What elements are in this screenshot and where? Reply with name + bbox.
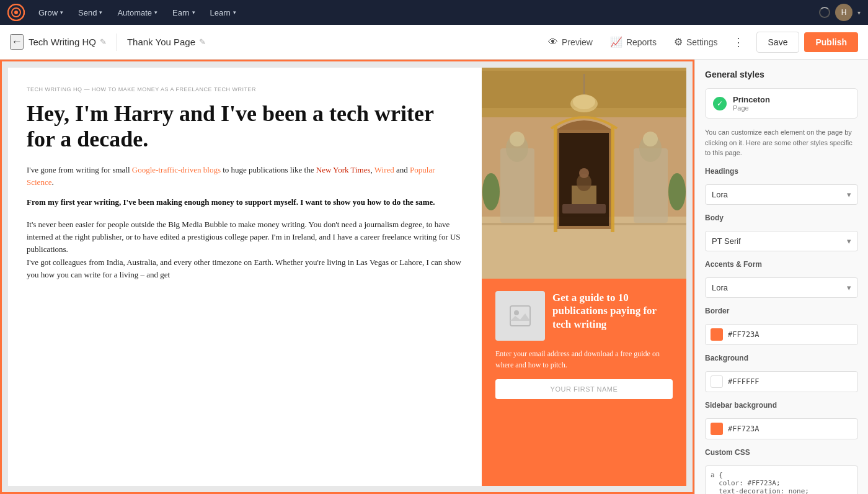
sidebar-bg-color-row[interactable]: #FF723A — [705, 418, 858, 439]
project-name[interactable]: Tech Writing HQ — [29, 37, 96, 47]
accents-label: Accents & Form — [705, 260, 858, 269]
project-name-edit-icon[interactable]: ✎ — [100, 37, 107, 47]
earn-chevron-icon: ▾ — [192, 9, 195, 16]
page-content: TECH WRITING HQ — HOW TO MAKE MONEY AS A… — [8, 68, 686, 486]
body-label: Body — [705, 213, 858, 222]
svg-point-25 — [482, 173, 500, 210]
border-color-hex: #FF723A — [728, 330, 760, 339]
left-content: TECH WRITING HQ — HOW TO MAKE MONEY AS A… — [8, 68, 482, 486]
cta-title: Get a guide to 10 publications paying fo… — [552, 291, 673, 331]
cta-card: Get a guide to 10 publications paying fo… — [482, 279, 686, 486]
svg-point-20 — [510, 132, 525, 146]
headings-select[interactable]: Lora ▾ — [705, 184, 858, 205]
border-color-swatch — [711, 328, 723, 341]
account-chevron-icon[interactable]: ▾ — [857, 9, 861, 16]
hero-image — [482, 68, 686, 279]
panel-title: General styles — [705, 70, 858, 79]
settings-icon: ⚙ — [674, 36, 683, 48]
headings-label: Headings — [705, 167, 858, 176]
breadcrumb: TECH WRITING HQ — HOW TO MAKE MONEY AS A… — [27, 86, 463, 92]
page-container: TECH WRITING HQ — HOW TO MAKE MONEY AS A… — [8, 68, 686, 486]
princeton-name: Princeton — [733, 95, 770, 104]
temple-scene-svg — [482, 68, 686, 279]
svg-point-28 — [514, 310, 519, 315]
background-label: Background — [705, 354, 858, 362]
svg-point-26 — [668, 173, 686, 210]
body-paragraph-2: It's never been easier for people outsid… — [27, 218, 463, 281]
main-layout: TECH WRITING HQ — HOW TO MAKE MONEY AS A… — [0, 60, 868, 494]
nav-automate[interactable]: Automate ▾ — [111, 6, 164, 20]
save-button[interactable]: Save — [756, 32, 800, 53]
right-content: Get a guide to 10 publications paying fo… — [482, 68, 686, 486]
svg-rect-24 — [562, 204, 606, 213]
cta-text: Get a guide to 10 publications paying fo… — [552, 291, 673, 341]
princeton-card[interactable]: ✓ Princeton Page — [705, 88, 858, 119]
nav-grow[interactable]: Grow ▾ — [32, 6, 69, 20]
avatar[interactable]: H — [835, 4, 852, 21]
hero-heading[interactable]: Hey, I'm Harry and I've been a tech writ… — [27, 101, 463, 153]
toolbar: ← Tech Writing HQ ✎ Thank You Page ✎ 👁 P… — [0, 25, 868, 60]
cta-description: Enter your email address and download a … — [495, 348, 673, 370]
grow-chevron-icon: ▾ — [60, 9, 63, 16]
svg-rect-13 — [554, 127, 557, 232]
custom-css-textarea[interactable] — [705, 465, 858, 495]
nav-earn[interactable]: Earn ▾ — [166, 6, 201, 20]
accents-chevron-icon: ▾ — [847, 283, 851, 292]
background-color-row[interactable]: #FFFFFF — [705, 371, 858, 392]
princeton-info: Princeton Page — [733, 95, 770, 112]
page-name[interactable]: Thank You Page — [127, 37, 195, 47]
custom-css-label: Custom CSS — [705, 448, 858, 457]
sidebar-bg-color-hex: #FF723A — [728, 424, 760, 433]
image-placeholder-icon — [509, 305, 531, 327]
link-nyt[interactable]: New York Times — [316, 165, 371, 174]
sidebar-bg-color-swatch — [711, 423, 723, 435]
settings-button[interactable]: ⚙ Settings — [666, 32, 725, 52]
svg-point-2 — [14, 11, 18, 14]
princeton-sub: Page — [733, 104, 770, 112]
cta-first-name-input[interactable]: YOUR FIRST NAME — [495, 379, 673, 399]
preview-icon: 👁 — [548, 37, 558, 48]
cta-inner: Get a guide to 10 publications paying fo… — [495, 291, 673, 341]
svg-point-8 — [570, 95, 598, 112]
border-label: Border — [705, 307, 858, 315]
more-options-button[interactable]: ⋮ — [728, 32, 749, 53]
border-color-row[interactable]: #FF723A — [705, 324, 858, 345]
body-paragraph-1: I've gone from writing for small Google-… — [27, 164, 463, 189]
svg-rect-14 — [611, 127, 614, 232]
reports-icon: 📈 — [610, 36, 622, 48]
svg-point-17 — [579, 168, 589, 178]
accents-select[interactable]: Lora ▾ — [705, 277, 858, 298]
logo[interactable] — [7, 4, 25, 21]
background-color-hex: #FFFFFF — [728, 377, 760, 386]
page-name-edit-icon[interactable]: ✎ — [199, 37, 206, 47]
nav-spinner — [819, 7, 830, 18]
body-chevron-icon: ▾ — [847, 236, 851, 246]
link-google-blogs[interactable]: Google-traffic-driven blogs — [132, 165, 221, 174]
canvas-area[interactable]: TECH WRITING HQ — HOW TO MAKE MONEY AS A… — [0, 60, 694, 494]
top-navigation: Grow ▾ Send ▾ Automate ▾ Earn ▾ Learn ▾ … — [0, 0, 868, 25]
svg-rect-27 — [510, 306, 530, 326]
learn-chevron-icon: ▾ — [233, 9, 236, 16]
nav-learn[interactable]: Learn ▾ — [204, 6, 242, 20]
panel-description: You can customize each element on the pa… — [705, 127, 858, 158]
back-button[interactable]: ← — [10, 34, 24, 50]
nav-send[interactable]: Send ▾ — [72, 6, 108, 20]
reports-button[interactable]: 📈 Reports — [603, 32, 664, 52]
right-panel: General styles ✓ Princeton Page You can … — [694, 60, 868, 494]
logo-icon — [7, 4, 25, 21]
link-wired[interactable]: Wired — [374, 165, 394, 174]
cta-image-placeholder — [495, 291, 545, 341]
body-bold-paragraph: From my first year writing, I've been ma… — [27, 196, 463, 209]
send-chevron-icon: ▾ — [99, 9, 102, 16]
sidebar-bg-label: Sidebar background — [705, 401, 858, 410]
body-select[interactable]: PT Serif ▾ — [705, 231, 858, 251]
automate-chevron-icon: ▾ — [154, 9, 157, 16]
publish-button[interactable]: Publish — [804, 32, 858, 52]
headings-chevron-icon: ▾ — [847, 190, 851, 199]
toolbar-divider — [117, 34, 117, 51]
svg-point-23 — [643, 132, 658, 146]
preview-button[interactable]: 👁 Preview — [541, 33, 600, 52]
background-color-swatch — [711, 375, 723, 388]
toolbar-actions: 👁 Preview 📈 Reports ⚙ Settings ⋮ Save Pu… — [541, 32, 858, 53]
princeton-check-icon: ✓ — [713, 97, 727, 110]
